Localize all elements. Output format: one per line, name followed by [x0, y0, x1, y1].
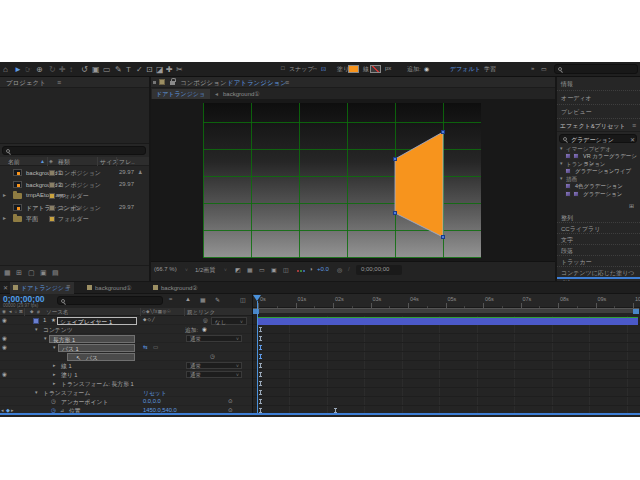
workspace-tab-default[interactable]: デフォルト — [450, 65, 481, 74]
selected-property-box[interactable]: パス 1 — [58, 344, 135, 352]
label-color-chip[interactable] — [49, 193, 55, 199]
auto-keyframe-icon[interactable]: ✎ — [215, 296, 220, 303]
visibility-eye-icon[interactable]: ◉ — [2, 335, 7, 341]
work-area-end-handle[interactable] — [633, 309, 639, 314]
project-row[interactable]: ▸平面フォルダー — [0, 213, 149, 224]
timeline-tab-2[interactable]: background② — [150, 282, 212, 294]
clear-search-icon[interactable]: ✕ — [630, 136, 635, 143]
layer-row-left[interactable]: ◉▾パス 1⇆▭ — [0, 343, 252, 352]
layer-row-track[interactable] — [253, 316, 640, 325]
layer-row-left[interactable]: ▾トランスフォームリセット — [0, 388, 252, 397]
expand-caret-icon[interactable]: ▸ — [3, 191, 6, 198]
tool-rotation-icon[interactable]: ↺ — [81, 64, 88, 75]
selected-property-box[interactable]: 長方形 1 — [49, 335, 135, 343]
layer-row-track[interactable] — [253, 334, 640, 343]
tool-eraser-icon[interactable]: ◪ — [156, 64, 164, 75]
parent-link-column[interactable]: 親とリンク — [187, 309, 215, 316]
choose-view-layout-icon[interactable]: ◩ — [235, 266, 241, 273]
delete-icon[interactable]: ▤ — [52, 269, 59, 277]
layer-row-track[interactable] — [253, 352, 640, 361]
tool-home-icon[interactable]: ⌂ — [3, 64, 8, 75]
tool-puppet-icon[interactable]: ✚ — [166, 64, 173, 75]
share-screenshot-icon[interactable]: ▭ — [541, 65, 547, 72]
project-search-input[interactable] — [2, 146, 146, 155]
visibility-eye-icon[interactable]: ◉ — [2, 371, 7, 377]
twirl-caret-icon[interactable]: ▸ — [53, 362, 56, 368]
label-color-chip[interactable] — [49, 216, 55, 222]
label-color-chip[interactable] — [49, 182, 55, 188]
layer-row-track[interactable] — [253, 343, 640, 352]
frame-blending-icon[interactable]: ▲ — [185, 296, 191, 302]
exposure-value[interactable]: +0.0 — [317, 266, 329, 272]
project-row[interactable]: ▸tmpAEto....aepフォルダー — [0, 190, 149, 201]
layer-row-track[interactable] — [253, 397, 640, 406]
effects-item[interactable]: グラデーションワイプ — [557, 168, 640, 176]
property-value[interactable]: 0.0,0.0 — [143, 398, 161, 404]
tool-zoom-icon[interactable]: ⊕ — [36, 64, 43, 75]
parent-pickwhip-icon[interactable]: ◎ — [203, 317, 208, 323]
effects-presets-header[interactable]: エフェクト&プリセット ≡ — [557, 119, 640, 132]
resolution-dropdown[interactable]: 1/2画質 — [195, 266, 215, 275]
layer-row-track[interactable] — [253, 379, 640, 388]
tool-selection-icon[interactable]: ► — [14, 64, 22, 75]
vertex-handle[interactable] — [393, 157, 397, 161]
column-name[interactable]: 名前 — [8, 158, 20, 167]
visibility-eye-icon[interactable]: ◉ — [2, 317, 7, 323]
layer-duration-bar[interactable] — [257, 317, 638, 325]
column-type[interactable]: 種類 — [58, 158, 70, 167]
layer-label-color-swatch[interactable] — [33, 318, 39, 324]
layer-row-left[interactable]: ▸線 1通常˅ — [0, 361, 252, 370]
timeline-panel-menu-icon[interactable]: ≡ — [66, 283, 70, 290]
panel-tab-1[interactable]: オーディオ — [557, 91, 640, 105]
source-name-column[interactable]: ソース名 — [46, 309, 68, 316]
channel-red-icon[interactable] — [297, 270, 299, 272]
fill-color-swatch[interactable] — [348, 65, 359, 73]
panel-tab-2[interactable]: プレビュー — [557, 105, 640, 119]
new-composition-icon[interactable]: ▣ — [40, 269, 47, 277]
column-framerate[interactable]: フレ.. — [119, 158, 135, 167]
label-color-chip[interactable] — [49, 205, 55, 211]
effects-item[interactable]: グラデーション — [557, 190, 640, 198]
channel-blue-icon[interactable] — [303, 270, 305, 272]
effects-category[interactable]: ▾イマーシブビデオ — [557, 145, 640, 153]
timeline-search-input[interactable] — [57, 296, 163, 305]
twirl-caret-icon[interactable]: ▾ — [53, 344, 56, 350]
parent-dropdown[interactable]: なし˅ — [211, 317, 247, 325]
blend-mode-dropdown[interactable]: 通常˅ — [186, 362, 242, 369]
layer-row-left[interactable]: ↖パス◷ — [0, 352, 252, 361]
tool-roto-brush-icon[interactable]: ✂ — [176, 64, 183, 75]
timeline-tab-1[interactable]: background① — [84, 282, 146, 294]
twirl-caret-icon[interactable]: ▾ — [35, 389, 38, 395]
add-menu-icon[interactable]: ◉ — [424, 65, 429, 72]
snap-checkbox-icon[interactable]: □ — [281, 65, 285, 71]
panel-close-icon[interactable]: ✕ — [3, 284, 8, 291]
add-label[interactable]: 追加: — [407, 65, 421, 74]
playhead-line[interactable] — [257, 301, 258, 413]
visibility-eye-icon[interactable]: ◉ — [2, 344, 7, 350]
vertex-handle[interactable] — [441, 130, 445, 134]
graph-editor-icon[interactable]: ◫ — [240, 296, 246, 303]
mini-flowchart-icon[interactable]: ≈ — [169, 296, 172, 302]
tool-dolly-camera-icon[interactable]: ↕ — [69, 64, 73, 75]
layer-row-left[interactable]: ◷アンカーポイント0.0,0.0⊙ — [0, 397, 252, 406]
layer-row-left[interactable]: ▸トランスフォーム: 長方形 1 — [0, 379, 252, 388]
viewer-tab-active[interactable]: ドアトランジション — [152, 89, 210, 99]
effects-search-input[interactable]: グラデーション ✕ — [559, 134, 637, 143]
label-column-icon[interactable]: ◈ — [49, 158, 53, 164]
snap-label[interactable]: スナップ — [289, 65, 314, 74]
blend-mode-dropdown[interactable]: 通常˅ — [186, 335, 242, 342]
tool-type-icon[interactable]: T — [126, 64, 131, 75]
layer-name-edit-field[interactable]: シェイプレイヤー 1 — [57, 317, 137, 325]
exposure-icon[interactable]: ◑ — [309, 266, 313, 272]
zoom-level-dropdown[interactable]: (66.7 %) — [154, 266, 177, 272]
vertex-handle[interactable] — [393, 211, 397, 215]
panel-tab-bottom-0[interactable]: 整列 — [557, 212, 640, 223]
layer-row-left[interactable]: ▾コンテンツ追加:◉ — [0, 325, 252, 334]
tool-pen-icon[interactable]: ✎ — [115, 64, 122, 75]
composition-panel-menu-icon[interactable]: ≡ — [285, 77, 289, 88]
workspace-search-input[interactable] — [554, 64, 638, 74]
region-of-interest-icon[interactable]: ◫ — [283, 266, 289, 273]
stopwatch-icon[interactable]: ◷ — [210, 353, 215, 359]
snap-box-icon[interactable]: ⊡ — [321, 65, 326, 72]
layer-row-left[interactable]: ◉▸塗り 1通常˅ — [0, 370, 252, 379]
